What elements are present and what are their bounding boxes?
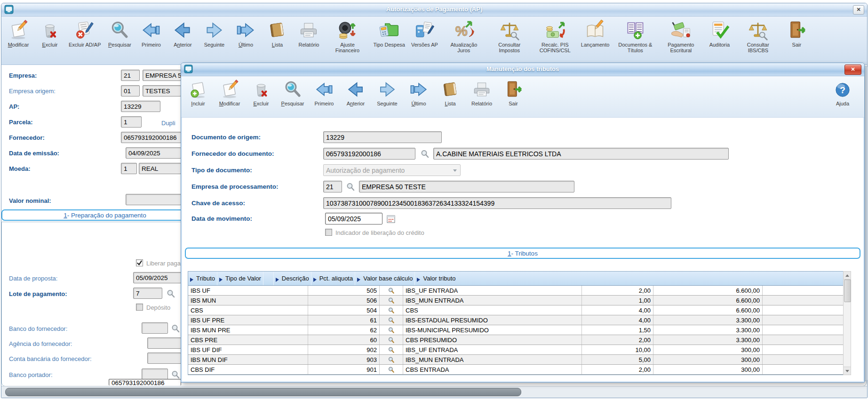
modal-toolbar-button-sair[interactable]: Sair	[498, 78, 528, 106]
modal-toolbar-button-ajuda[interactable]: ? Ajuda	[828, 79, 858, 106]
modal-titlebar[interactable]: Manutenção dos tributos ✕	[181, 63, 864, 76]
col-header-descricao[interactable]: Descrição	[274, 272, 311, 285]
modal-toolbar-button-pesquisar[interactable]: Pesquisar	[278, 78, 308, 106]
main-toolbar-button-ultimo[interactable]: Último	[231, 18, 261, 48]
table-vscroll-thumb[interactable]	[844, 280, 851, 302]
main-toolbar-button-consultar-ibs-cbs[interactable]: Consultar IBS/CBS	[736, 18, 780, 53]
parcela-field[interactable]: 1	[121, 116, 142, 128]
conta-bancaria-field[interactable]	[147, 353, 181, 364]
fornecedor-documento-desc-field[interactable]: A.CABINE MATERIAIS ELETRICOS LTDA	[433, 148, 729, 160]
tab-tributos[interactable]: 1 - Tributos	[185, 248, 860, 259]
modal-toolbar-button-relatorio[interactable]: Relatório	[467, 78, 497, 106]
main-toolbar-button-modificar[interactable]: Modificar	[3, 18, 33, 48]
tributo-row-5[interactable]: CBS PRE 60 CBS PRESUMIDO 2,00 3.300,00	[188, 335, 844, 345]
modal-toolbar-button-ultimo[interactable]: Último	[404, 78, 434, 106]
main-toolbar-button-excluir[interactable]: Excluir	[35, 18, 65, 48]
tributo-row-2[interactable]: CBS 504 CBS 4,00 6.600,00	[188, 305, 844, 315]
row-lookup-icon[interactable]	[380, 345, 403, 354]
modal-toolbar-button-incluir[interactable]: Incluir	[183, 78, 213, 106]
modal-toolbar-button-anterior[interactable]: Anterior	[341, 78, 371, 106]
main-toolbar-button-consultar-impostos[interactable]: Consultar Impostos	[487, 18, 532, 53]
main-toolbar-button-atualizacao-juros[interactable]: % Atualização Juros	[442, 18, 486, 53]
main-toolbar-button-ajuste-financeiro[interactable]: Ajuste Financeiro	[325, 18, 369, 53]
moeda-desc-field[interactable]: REAL	[139, 163, 181, 174]
scroll-up-arrow[interactable]	[844, 272, 851, 280]
deposito-checkbox[interactable]	[136, 304, 143, 311]
main-toolbar-button-seguinte[interactable]: Seguinte	[199, 18, 229, 48]
main-toolbar-button-pagamento-escritural[interactable]: Pagamento Escritural	[659, 18, 703, 53]
tributo-row-0[interactable]: IBS UF 505 IBS_UF ENTRADA 2,00 6.600,00	[188, 286, 844, 296]
banco-portador-lookup-icon[interactable]	[171, 370, 180, 379]
col-header-valor-tributo[interactable]: Valor tributo	[415, 272, 457, 285]
documento-origem-field[interactable]: 13229	[323, 131, 442, 143]
ap-field[interactable]: 13229	[121, 101, 160, 112]
main-close-button[interactable]: ✕	[853, 5, 864, 15]
tributo-row-4[interactable]: IBS MUN PRE 62 IBS-MUNICIPAL PRESUMIDO 1…	[188, 325, 844, 335]
modal-toolbar-button-seguinte[interactable]: Seguinte	[372, 78, 402, 106]
main-toolbar-button-lancamento[interactable]: Lançamento	[579, 18, 612, 48]
modal-toolbar-button-excluir[interactable]: Excluir	[246, 78, 276, 106]
calendar-icon[interactable]	[386, 214, 396, 224]
data-proposta-field[interactable]: 05/09/2025	[133, 272, 181, 283]
empresa-origem-desc-field[interactable]: TESTES	[143, 85, 181, 96]
tipo-documento-combo[interactable]: Autorização de pagamento	[323, 164, 461, 176]
main-toolbar-button-pesquisar[interactable]: Pesquisar	[104, 18, 135, 48]
main-toolbar-button-sair[interactable]: Sair	[781, 18, 812, 48]
main-horizontal-scrollbar[interactable]	[1, 386, 867, 398]
main-toolbar-button-excluir-ad-ap[interactable]: Excluir AD/AP	[66, 18, 103, 48]
banco-portador-field[interactable]	[142, 369, 168, 380]
main-toolbar-button-lista[interactable]: Lista	[262, 18, 292, 48]
empresa-processamento-lookup-icon[interactable]	[346, 182, 355, 192]
empresa-processamento-code-field[interactable]: 21	[323, 181, 342, 192]
empresa-origem-code-field[interactable]: 01	[121, 85, 140, 96]
fornecedor-documento-code-field[interactable]: 065793192000186	[323, 148, 415, 160]
main-toolbar-button-documentos-titulos[interactable]: Documentos & Títulos	[613, 18, 657, 53]
tributo-row-8[interactable]: CBS DIF 901 CBS ENTRADA 2,00 300,00	[188, 365, 844, 375]
row-lookup-icon[interactable]	[380, 335, 403, 345]
fornecedor-clipped-field[interactable]: 065793192000186	[109, 379, 181, 385]
col-header-pct-aliquota[interactable]: Pct. aliquota	[311, 272, 356, 285]
data-movimento-field[interactable]: 05/09/2025	[325, 213, 382, 225]
empresa-code-field[interactable]: 21	[121, 70, 140, 81]
lote-lookup-icon[interactable]	[166, 289, 175, 298]
modal-toolbar-button-primeiro[interactable]: Primeiro	[309, 78, 339, 106]
col-header-valor-base-calculo[interactable]: Valor base cálculo	[355, 272, 415, 285]
table-vertical-scrollbar[interactable]	[843, 271, 851, 375]
data-emissao-field[interactable]: 04/09/2025	[126, 147, 181, 159]
modal-toolbar-button-modificar[interactable]: Modificar	[215, 78, 245, 106]
main-toolbar-button-relatorio[interactable]: Relatório	[294, 18, 324, 48]
moeda-code-field[interactable]: 1	[121, 163, 137, 174]
row-lookup-icon[interactable]	[380, 296, 403, 305]
liberar-checkbox[interactable]	[136, 259, 143, 266]
scroll-down-arrow[interactable]	[844, 367, 851, 375]
main-titlebar[interactable]: Autorizações de Pagamento (AP) ✕	[1, 3, 867, 16]
main-toolbar-button-recalc-pis-cofins-csl[interactable]: Recalc. PIS COFINS/CSL	[533, 18, 577, 53]
row-lookup-icon[interactable]	[380, 325, 403, 335]
main-hscroll-thumb[interactable]	[5, 388, 521, 396]
main-toolbar-button-versoes-ap[interactable]: Versões AP	[409, 18, 440, 48]
row-lookup-icon[interactable]	[380, 286, 403, 295]
row-lookup-icon[interactable]	[380, 355, 403, 364]
chave-acesso-field[interactable]: 1037387310007890012345001836372634133324…	[323, 197, 671, 209]
row-lookup-icon[interactable]	[380, 305, 403, 315]
tributo-row-7[interactable]: IBS MUN DIF 903 IBS_MUN ENTRADA 5,00 300…	[188, 355, 844, 365]
col-header-tipo-de-valor[interactable]: Tipo de Valor	[217, 272, 263, 285]
lote-pagamento-field[interactable]: 7	[133, 288, 162, 299]
modal-toolbar-button-lista[interactable]: Lista	[435, 78, 465, 106]
tributo-row-1[interactable]: IBS MUN 506 IBS_MUN ENTRADA 1,00 6.600,0…	[188, 296, 844, 305]
valor-nominal-field[interactable]	[126, 194, 181, 205]
empresa-processamento-desc-field[interactable]: EMPRESA 50 TESTE	[359, 181, 574, 192]
empresa-desc-field[interactable]: EMPRESA 50 TESTE	[143, 70, 181, 81]
row-lookup-icon[interactable]	[380, 365, 403, 374]
main-toolbar-button-tipo-despesa[interactable]: Tipo Despesa	[371, 18, 407, 48]
modal-close-button[interactable]: ✕	[844, 64, 861, 75]
fornecedor-documento-lookup-icon[interactable]	[420, 149, 430, 159]
indicador-liberacao-checkbox[interactable]	[325, 229, 332, 236]
col-header-tributo[interactable]: Tributo	[188, 272, 217, 285]
row-lookup-icon[interactable]	[380, 315, 403, 325]
tributo-row-3[interactable]: IBS UF PRE 61 IBS-ESTADUAL PRESUMIDO 4,0…	[188, 315, 844, 325]
tab-preparacao-pagamento[interactable]: 1 - Preparação do pagamento	[1, 209, 208, 221]
tributo-row-6[interactable]: IBS UF DIF 902 IBS_UF ENTRADA 10,00 300,…	[188, 345, 844, 355]
banco-fornecedor-lookup-icon[interactable]	[171, 324, 180, 333]
banco-fornecedor-field[interactable]	[142, 322, 168, 334]
